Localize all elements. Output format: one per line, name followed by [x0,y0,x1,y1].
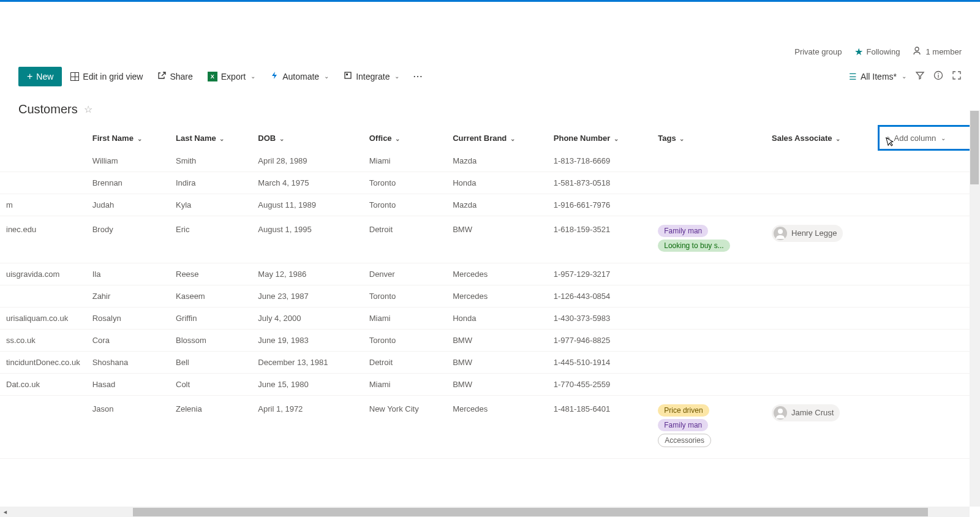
cell: Shoshana [86,351,170,373]
new-button[interactable]: + New [18,67,62,86]
cell [878,263,979,285]
associate-cell: Henry Legge [766,216,878,263]
cell [878,307,979,329]
members-info[interactable]: 1 member [912,46,962,58]
column-sales-associate[interactable]: Sales Associate ⌄ [766,126,878,150]
info-icon[interactable] [933,70,943,82]
svg-point-0 [915,47,919,51]
customers-table: First Name ⌄ Last Name ⌄ DOB ⌄ Office ⌄ … [0,125,980,459]
tag-pill[interactable]: Family man [658,419,708,431]
cell: Mercedes [447,395,548,458]
cell: Mercedes [447,263,548,285]
svg-rect-2 [346,74,348,75]
table-row[interactable]: ZahirKaseemJune 23, 1987TorontoMercedes1… [0,285,979,307]
person-icon [912,46,922,58]
associate-cell [766,329,878,351]
integrate-button[interactable]: Integrate ⌄ [337,67,405,86]
cell: 1-618-159-3521 [548,216,652,263]
integrate-label: Integrate [356,72,390,81]
table-row[interactable]: inec.eduBrodyEricAugust 1, 1995DetroitBM… [0,216,979,263]
associate-cell [766,307,878,329]
column-dob[interactable]: DOB ⌄ [252,126,363,150]
automate-icon [270,71,279,81]
table-row[interactable]: tinciduntDonec.co.ukShoshanaBellDecember… [0,351,979,373]
table-row[interactable]: WilliamSmithApril 28, 1989MiamiMazda1-81… [0,150,979,172]
table-row[interactable]: ss.co.ukCoraBlossomJune 19, 1983TorontoB… [0,329,979,351]
column-office[interactable]: Office ⌄ [363,126,447,150]
table-row[interactable]: urisaliquam.co.ukRosalynGriffinJuly 4, 2… [0,307,979,329]
vertical-scrollbar[interactable] [970,110,980,507]
edit-grid-label: Edit in grid view [83,72,143,81]
tag-pill[interactable]: Accessories [658,434,711,447]
cell: Mercedes [447,285,548,307]
integrate-icon [344,71,352,81]
cell: Miami [363,150,447,172]
view-selector[interactable]: ☰ All Items* ⌄ [849,72,907,81]
horizontal-scrollbar[interactable]: ◄ [0,507,970,507]
cell: Toronto [363,172,447,194]
tag-pill[interactable]: Looking to buy s... [658,240,729,252]
table-row[interactable]: BrennanIndiraMarch 4, 1975TorontoHonda1-… [0,172,979,194]
table-row[interactable]: Dat.co.ukHasadColtJune 15, 1980MiamiBMW1… [0,373,979,395]
cell [878,150,979,172]
table-row[interactable]: JasonZeleniaApril 1, 1972New York CityMe… [0,395,979,458]
cell: Brody [86,216,170,263]
tag-pill[interactable]: Price driven [658,404,709,417]
tags-cell [652,263,766,285]
cell: Miami [363,307,447,329]
expand-icon[interactable] [952,70,962,82]
favorite-toggle[interactable]: ☆ [84,104,92,115]
associate-cell [766,351,878,373]
cell: April 28, 1989 [252,150,363,172]
cell [878,351,979,373]
chevron-down-icon: ⌄ [510,135,515,142]
cell [878,395,979,458]
person-pill[interactable]: Jamie Crust [772,404,840,421]
column-last-name[interactable]: Last Name ⌄ [170,126,252,150]
automate-button[interactable]: Automate ⌄ [264,67,335,86]
more-actions-button[interactable]: ⋯ [408,68,428,85]
export-button[interactable]: X Export ⌄ [202,67,262,86]
tag-pill[interactable]: Family man [658,225,708,237]
scroll-left-arrow[interactable]: ◄ [0,507,10,507]
column-tags[interactable]: Tags ⌄ [652,126,766,150]
svg-point-4 [938,73,939,74]
add-column-button[interactable]: + Add column ⌄ [878,126,979,150]
following-toggle[interactable]: ★ Following [854,46,900,58]
automate-label: Automate [282,72,319,81]
cell: Blossom [170,329,252,351]
cell [878,216,979,263]
chevron-down-icon: ⌄ [941,135,946,142]
filter-icon[interactable] [915,70,925,82]
table-row[interactable]: mJudahKylaAugust 11, 1989TorontoMazda1-9… [0,194,979,216]
cell: Mazda [447,194,548,216]
scrollbar-thumb[interactable] [970,111,979,184]
edit-grid-button[interactable]: Edit in grid view [64,67,149,86]
associate-cell [766,194,878,216]
column-current-brand[interactable]: Current Brand ⌄ [447,126,548,150]
table-row[interactable]: uisgravida.comIlaReeseMay 12, 1986Denver… [0,263,979,285]
plus-icon: + [27,71,32,82]
column-phone[interactable]: Phone Number ⌄ [548,126,652,150]
cell: May 12, 1986 [252,263,363,285]
cell: BMW [447,329,548,351]
cell: William [86,150,170,172]
cell [0,150,86,172]
tags-cell [652,172,766,194]
cell: Detroit [363,351,447,373]
tags-cell [652,307,766,329]
cell: uisgravida.com [0,263,86,285]
cell: April 1, 1972 [252,395,363,458]
cell: 1-445-510-1914 [548,351,652,373]
share-button[interactable]: Share [151,67,198,86]
person-pill[interactable]: Henry Legge [772,225,843,242]
column-email[interactable] [0,126,86,150]
cell: December 13, 1981 [252,351,363,373]
svg-point-6 [778,229,783,234]
cell: 1-481-185-6401 [548,395,652,458]
cell [878,329,979,351]
cell: Detroit [363,216,447,263]
column-first-name[interactable]: First Name ⌄ [86,126,170,150]
list-title: Customers [18,102,78,116]
private-group-label: Private group [794,47,842,56]
